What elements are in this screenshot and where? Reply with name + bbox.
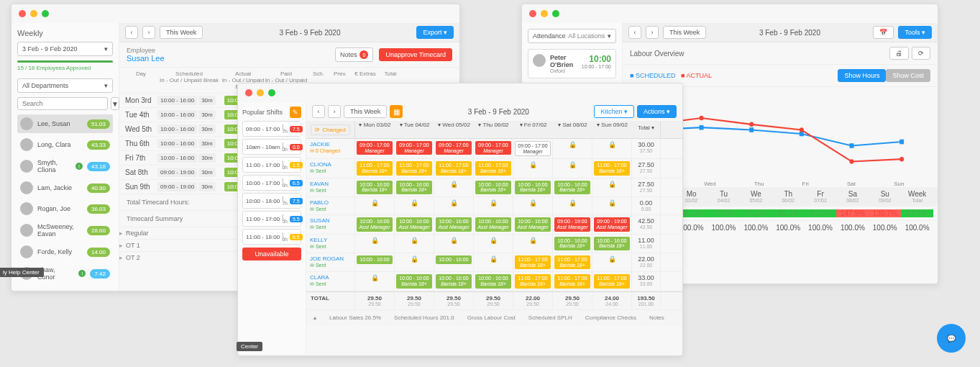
shift-cell[interactable]: 11:00 - 17:00Barista 18+ xyxy=(592,272,632,290)
shift-cell[interactable]: 10:00 - 16:00Barista 18+ xyxy=(553,178,592,196)
locked-cell[interactable]: 🔒 xyxy=(395,253,434,271)
shift-cell[interactable]: 10:00 - 16:00Barista 18+ xyxy=(395,272,434,290)
minimize-icon[interactable] xyxy=(541,10,548,17)
shift-preset[interactable]: 11:00 - 17:00| 6h1.5 xyxy=(242,157,301,173)
shift-cell[interactable]: 10:00 - 16:00Asst Manager xyxy=(395,215,434,233)
expand-icon[interactable]: ▴ xyxy=(313,314,316,321)
shift-cell[interactable]: 10:00 - 16:00Asst Manager xyxy=(355,215,395,233)
calendar-button[interactable]: 📅 xyxy=(873,26,894,39)
unapprove-button[interactable]: Unapprove Timecard xyxy=(379,48,452,61)
shift-cell[interactable]: 11:00 - 17:00Barista 18+ xyxy=(474,159,513,177)
print-button[interactable]: 🖨 xyxy=(889,47,909,60)
locked-cell[interactable]: 🔒 xyxy=(592,253,632,271)
shift-preset[interactable]: 10:00 - 17:00| 6h6.5 xyxy=(242,175,301,191)
employee-row[interactable]: McSweeney, Eavan28.60 xyxy=(17,220,113,240)
shift-preset[interactable]: 09:00 - 17:00| 7h7.5 xyxy=(242,121,301,137)
locked-cell[interactable]: 🔒 xyxy=(513,159,553,177)
locked-cell[interactable]: 🔒 xyxy=(395,197,434,214)
locked-cell[interactable]: 🔒 xyxy=(434,178,474,196)
this-week-button[interactable]: This Week xyxy=(663,26,706,39)
footer-stat[interactable]: Compliance Checks xyxy=(585,314,636,321)
locked-cell[interactable]: 🔒 xyxy=(474,253,513,271)
day-header[interactable]: ▾ Thu 06/02 xyxy=(474,122,513,138)
shift-cell[interactable]: 10:00 - 16:00Barista 18+ xyxy=(592,235,632,253)
changed-indicator[interactable]: ⟳ Changed xyxy=(311,124,349,135)
locked-cell[interactable]: 🔒 xyxy=(395,235,434,253)
shift-cell[interactable]: 11:00 - 17:00Barista 18+ xyxy=(592,159,632,177)
attendance-picker[interactable]: AttendanceAll Locations▾ xyxy=(528,29,616,43)
department-picker[interactable]: All Departments▾ xyxy=(17,78,113,93)
employee-name[interactable]: Susan Lee xyxy=(127,54,329,63)
close-icon[interactable] xyxy=(245,89,252,96)
locked-cell[interactable]: 🔒 xyxy=(513,197,553,214)
locked-cell[interactable]: 🔒 xyxy=(434,235,474,253)
employee-cell[interactable]: JACKIE✉ 0 Changed xyxy=(306,139,355,158)
employee-cell[interactable]: CLARA✉ Sent xyxy=(306,272,355,290)
department-select[interactable]: Kitchen ▾ xyxy=(594,105,634,118)
shift-cell[interactable]: 09:00 - 19:00Asst Manager xyxy=(553,215,592,233)
footer-stat[interactable]: Labour Sales 26.5% xyxy=(329,314,381,321)
maximize-icon[interactable] xyxy=(552,10,559,17)
next-button[interactable]: › xyxy=(646,26,659,39)
shift-cell[interactable]: 10:00 - 16:00Asst Manager xyxy=(474,215,513,233)
day-header[interactable]: ▾ Sun 09/02 xyxy=(592,122,632,138)
shift-cell[interactable]: 11:00 - 17:00Barista 18+ xyxy=(553,253,592,271)
employee-cell[interactable]: SUSAN✉ Sent xyxy=(306,215,355,233)
footer-stat[interactable]: Scheduled Hours 201.0 xyxy=(394,314,454,321)
filter-button[interactable]: ▼ xyxy=(111,97,119,110)
locked-cell[interactable]: 🔒 xyxy=(553,139,592,158)
date-picker[interactable]: 3 Feb - 9 Feb 2020▾ xyxy=(17,42,113,56)
sync-button[interactable]: ⟳ xyxy=(912,47,930,60)
attendance-card[interactable]: Peter O'Brien Oxford 10:00 10:00 - 17:00 xyxy=(528,49,616,78)
notes-button[interactable]: Notes0 xyxy=(335,47,374,62)
prev-button[interactable]: ‹ xyxy=(628,26,641,39)
employee-cell[interactable]: CLIONA✉ Sent xyxy=(306,159,355,177)
shift-cell[interactable]: 10:00 - 16:00Barista 18+ xyxy=(355,178,395,196)
show-cost-button[interactable]: Show Cost xyxy=(886,69,930,82)
shift-cell[interactable]: 09:00 - 17:00Manager xyxy=(474,139,513,158)
export-button[interactable]: Export ▾ xyxy=(416,26,454,39)
shift-cell[interactable]: 09:00 - 17:00Manager xyxy=(355,139,395,158)
close-icon[interactable] xyxy=(529,10,536,17)
maximize-icon[interactable] xyxy=(42,10,49,17)
locked-cell[interactable]: 🔒 xyxy=(355,197,395,214)
shift-preset[interactable]: 10:00 - 18:00| 7h7.5 xyxy=(242,193,301,209)
chat-bubble[interactable]: 💬 xyxy=(937,324,966,353)
employee-row[interactable]: Long, Clara43.33 xyxy=(17,135,113,154)
shift-cell[interactable]: 11:00 - 17:00Barista 18+ xyxy=(434,159,474,177)
shift-preset[interactable]: 11:00 - 17:00| 5h5.5 xyxy=(242,211,301,227)
unavailable-button[interactable]: Unavailable xyxy=(242,248,301,260)
edit-shifts-button[interactable]: ✎ xyxy=(290,107,301,118)
shift-preset[interactable]: 11:00 - 18:00| 6h6.5 xyxy=(242,229,301,245)
shift-cell[interactable]: 10:00 - 16:00Barista 18+ xyxy=(395,178,434,196)
employee-row[interactable]: Lam, Jackie40.80 xyxy=(17,178,113,197)
this-week-button[interactable]: This Week xyxy=(160,26,203,39)
calendar-button[interactable]: ▦ xyxy=(390,105,403,118)
shift-cell[interactable]: 10:00 - 16:00Barista 18+ xyxy=(474,272,513,290)
shift-cell[interactable]: 10:00 - 16:00Barista 18+ xyxy=(513,178,553,196)
help-center-tag[interactable]: ly Help Center xyxy=(0,268,44,277)
footer-stat[interactable]: Scheduled SPLH xyxy=(528,314,572,321)
day-header[interactable]: ▾ Fri 07/02 xyxy=(513,122,553,138)
locked-cell[interactable]: 🔒 xyxy=(474,197,513,214)
shift-cell[interactable]: 10:00 - 16:00 xyxy=(355,253,395,271)
day-header[interactable]: ▾ Mon 03/02 xyxy=(355,122,395,138)
shift-cell[interactable]: 10:00 - 16:00Barista 18+ xyxy=(434,272,474,290)
prev-button[interactable]: ‹ xyxy=(125,26,138,39)
footer-stat[interactable]: Notes xyxy=(649,314,664,321)
shift-cell[interactable]: 09:00 - 17:00Manager xyxy=(513,139,553,158)
locked-cell[interactable]: 🔒 xyxy=(355,235,395,253)
close-icon[interactable] xyxy=(19,10,26,17)
day-header[interactable]: ▾ Tue 04/02 xyxy=(395,122,434,138)
locked-cell[interactable]: 🔒 xyxy=(592,197,632,214)
next-button[interactable]: › xyxy=(142,26,155,39)
locked-cell[interactable]: 🔒 xyxy=(513,235,553,253)
total-header[interactable]: Total ▾ xyxy=(632,122,661,138)
employee-row[interactable]: Lee, Susan51.03 xyxy=(17,114,113,133)
next-button[interactable]: › xyxy=(328,105,341,118)
employee-cell[interactable]: KELLY✉ Sent xyxy=(306,235,355,253)
search-input[interactable] xyxy=(17,97,108,110)
shift-preset[interactable]: 10am - 10am| 0h0.0 xyxy=(242,139,301,155)
footer-stat[interactable]: Gross Labour Cost xyxy=(467,314,516,321)
locked-cell[interactable]: 🔒 xyxy=(553,159,592,177)
